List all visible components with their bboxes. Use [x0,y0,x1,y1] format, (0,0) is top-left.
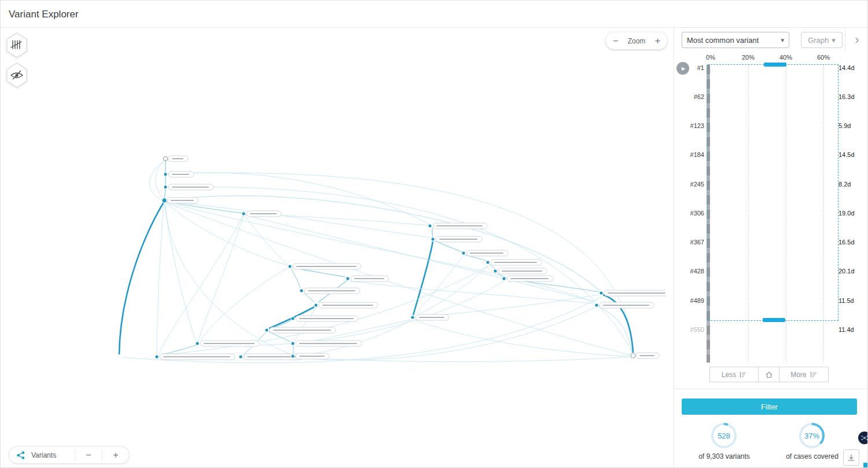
process-node[interactable] [595,302,654,308]
zoom-control: − Zoom + [606,32,667,49]
cases-coverage-donut: 37% [799,423,825,448]
cases-coverage-value: 37% [804,432,819,440]
process-edge [198,215,244,341]
process-node-label-text [308,290,355,291]
axis-tick: 40% [774,54,797,61]
process-node[interactable] [494,268,547,274]
process-node[interactable] [462,250,508,256]
page-title: Variant Explorer [9,1,79,28]
chevron-down-icon: ▾ [832,36,836,45]
process-edge [156,160,165,199]
variant-row[interactable]: #1235.9d [674,122,868,130]
variant-row[interactable]: #18414.5d [674,151,868,159]
process-node-label-text [250,213,277,214]
process-node[interactable] [502,276,553,281]
process-node-label-text [494,262,537,263]
process-node[interactable] [291,353,329,359]
less-label: Less [722,371,736,379]
process-node[interactable] [486,259,542,265]
process-node[interactable] [242,211,281,217]
coverage-marker-bottom[interactable] [763,318,785,322]
variant-explorer-window: Variant Explorer − Zoom + [0,0,868,468]
variant-row[interactable]: #2458.2d [674,181,868,189]
process-node[interactable] [265,327,336,333]
process-node[interactable] [431,236,482,242]
process-edge [149,160,165,200]
process-node[interactable] [411,315,449,320]
variant-row[interactable]: #6216.3d [674,93,868,101]
zoom-in-button[interactable]: + [655,36,660,46]
process-graph[interactable] [111,150,666,365]
process-node-label-text [172,174,189,175]
process-node[interactable] [599,290,666,296]
process-node[interactable] [631,353,659,359]
process-node[interactable] [291,341,362,346]
process-edge [291,269,300,288]
process-node-label-text [470,253,503,254]
process-node[interactable] [164,156,189,162]
variants-increase-button[interactable]: + [102,450,129,460]
more-variants-button[interactable]: More [779,367,829,382]
axis-tick: 0% [699,54,722,61]
process-node[interactable] [291,316,358,321]
variant-selection-region[interactable] [708,64,838,321]
process-edge [157,203,164,354]
network-icon[interactable] [858,432,868,444]
cases-coverage-caption: of cases covered [770,452,854,460]
less-variants-button[interactable]: Less [709,367,759,382]
process-node[interactable] [164,184,214,190]
process-edge [413,242,433,315]
process-node-label-text [273,330,331,331]
variant-row[interactable]: #55011.4d [674,326,868,334]
variants-decrease-button[interactable]: − [75,450,102,460]
graph-view-button[interactable]: Graph ▾ [801,32,843,48]
process-node[interactable] [196,341,259,346]
scroll-indicator[interactable] [863,463,868,468]
variant-row[interactable]: #114.4d [674,64,868,72]
home-icon [765,371,773,379]
process-node-label-text [299,356,325,357]
axis-tick: 60% [812,54,835,61]
process-node-label-text [608,292,665,294]
variant-row[interactable]: #42820.1d [674,268,868,276]
variant-row[interactable]: #48911.5d [674,297,868,305]
process-edge [414,320,629,356]
process-edge [164,189,165,199]
process-edge [435,241,462,252]
process-edge [166,202,431,237]
process-node[interactable] [288,264,361,269]
hide-activities-button[interactable] [5,63,28,88]
variant-row[interactable]: #30619.0d [674,210,868,218]
process-node-label-text [439,239,477,240]
variants-count-caption: of 9,303 variants [682,452,766,460]
process-node[interactable] [300,288,360,294]
chevron-down-icon: ▾ [781,36,784,44]
process-edge [164,203,196,341]
zoom-label: Zoom [628,37,646,45]
process-node[interactable] [428,223,487,229]
filter-button[interactable]: Filter [682,398,857,415]
process-edge [296,357,630,361]
variant-range-controls: Less More [709,367,829,382]
variant-coverage-chart[interactable]: ▶ 0% 20% 40% 60% #114.4d #6216.3d #1235.… [674,53,868,368]
process-node[interactable] [155,354,235,360]
zoom-out-button[interactable]: − [613,36,618,46]
download-button[interactable] [843,449,859,466]
variant-mode-value: Most common variant [687,36,759,45]
variant-row[interactable]: #36716.5d [674,239,868,247]
variant-mode-select[interactable]: Most common variant ▾ [682,32,789,48]
divider [674,389,867,389]
process-node-label-text [354,278,384,279]
process-node-label-text [502,270,542,272]
process-node-label-text [296,266,356,267]
process-edge [296,320,412,356]
reset-variants-button[interactable] [758,367,779,382]
process-node[interactable] [346,276,389,281]
process-node[interactable] [314,302,378,308]
process-node[interactable] [164,171,194,177]
collapse-panel-button[interactable]: › [850,32,864,48]
sort-icon [810,371,817,378]
process-edge [304,293,314,302]
process-node-label-text [172,158,183,159]
variant-filter-button[interactable] [5,32,28,58]
